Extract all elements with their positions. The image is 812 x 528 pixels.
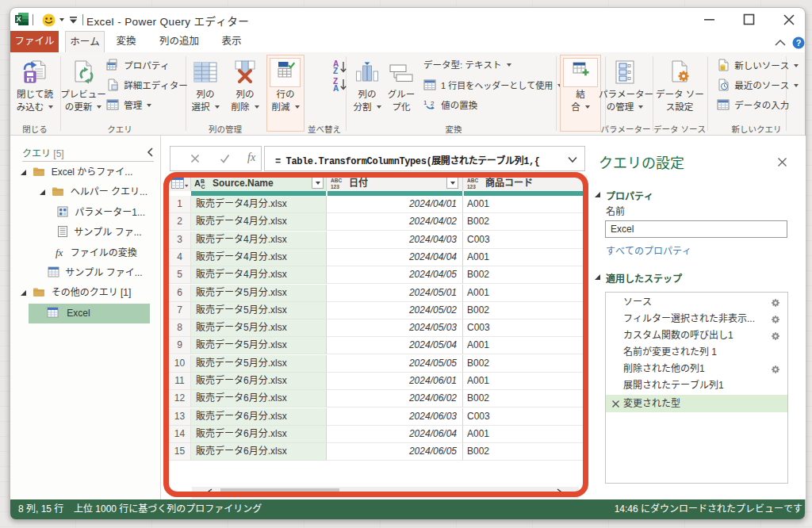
svg-text:?: ? [796,38,802,48]
svg-text:X: X [16,15,21,23]
svg-text:1: 1 [423,99,427,106]
svg-text:A: A [333,84,339,92]
svg-text:Z: Z [333,67,338,75]
svg-text:2: 2 [431,100,435,107]
